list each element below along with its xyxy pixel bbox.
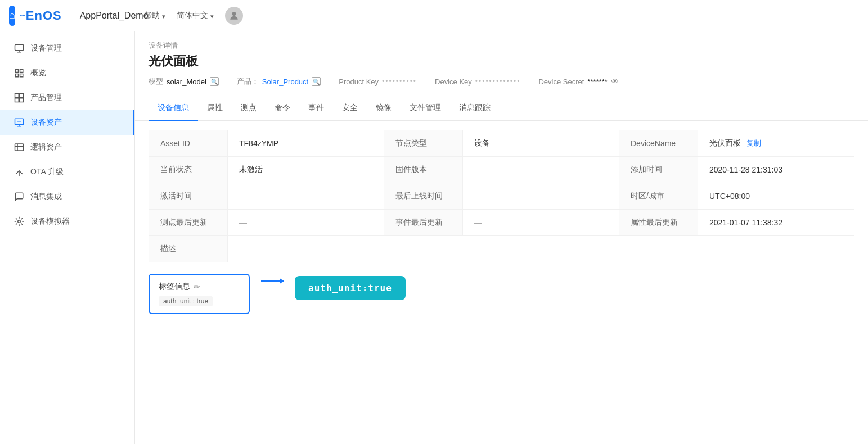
top-nav: ⌂ ····· EnOS AppPortal_Demo 帮助 简体中文	[0, 0, 868, 31]
msg-integration-icon	[14, 191, 25, 202]
tag-edit-icon[interactable]: ✏	[194, 282, 200, 291]
table-container: Asset ID TF84zYMP 节点类型 设备 DeviceName 光伏面…	[135, 121, 868, 262]
meta-model-label: 模型	[149, 76, 163, 87]
help-chevron-icon	[162, 11, 165, 20]
tab-device-info[interactable]: 设备信息	[149, 96, 198, 121]
meta-model: 模型 solar_Model 🔍	[149, 76, 219, 87]
sidebar-label: 概览	[30, 68, 46, 78]
table-row: 描述 —	[149, 236, 854, 262]
user-avatar[interactable]	[225, 7, 243, 25]
page-title: 光伏面板	[149, 53, 854, 70]
lang-chevron-icon	[210, 11, 214, 20]
cell-label: 添加时间	[619, 157, 698, 183]
svg-rect-16	[15, 144, 24, 151]
logo-home-icon[interactable]: ⌂	[9, 6, 15, 26]
cell-label: 节点类型	[384, 130, 463, 157]
app-name: AppPortal_Demo	[80, 11, 149, 21]
sidebar-item-overview[interactable]: 概览	[0, 61, 134, 85]
sidebar-item-ota[interactable]: OTA 升级	[0, 160, 134, 184]
arrow-connector	[261, 280, 284, 282]
meta-device-secret-value: *******	[587, 78, 607, 86]
meta-product: 产品： Solar_Product 🔍	[237, 76, 321, 87]
meta-model-value: solar_Model	[167, 78, 206, 86]
meta-product-label: 产品：	[237, 76, 259, 87]
sidebar-label: 消息集成	[30, 192, 62, 202]
tag-box-title: 标签信息 ✏	[159, 282, 240, 292]
sidebar-item-device-mgmt[interactable]: 设备管理	[0, 36, 134, 61]
svg-point-0	[232, 12, 236, 16]
tabs-bar: 设备信息 属性 测点 命令 事件 安全 镜像 文件管理	[135, 96, 868, 121]
svg-rect-10	[15, 98, 19, 102]
tab-attributes[interactable]: 属性	[198, 96, 232, 121]
cell-value: UTC+08:00	[698, 183, 854, 210]
device-asset-icon	[14, 117, 25, 128]
cell-label: 属性最后更新	[619, 210, 698, 236]
cell-label: 固件版本	[384, 157, 463, 183]
tag-tooltip: auth_unit:true	[295, 276, 406, 300]
tab-msg-trace[interactable]: 消息跟踪	[450, 96, 500, 121]
cell-label: 时区/城市	[619, 183, 698, 210]
sidebar-label: 设备管理	[30, 43, 62, 53]
meta-device-secret-label: Device Secret	[538, 78, 584, 86]
cell-value: 光伏面板 复制	[698, 130, 854, 157]
sidebar-item-device-asset[interactable]: 设备资产	[0, 110, 134, 135]
svg-rect-7	[20, 74, 23, 77]
tab-file-mgmt[interactable]: 文件管理	[401, 96, 450, 121]
lang-label: 简体中文	[177, 11, 208, 21]
product-mgmt-icon	[14, 92, 25, 103]
product-search-icon[interactable]: 🔍	[312, 77, 321, 86]
sidebar-label: 设备资产	[30, 117, 62, 128]
table-row: 当前状态 未激活 固件版本 添加时间 2020-11-28 21:31:03	[149, 157, 854, 183]
meta-product-key-label: Product Key	[339, 78, 379, 86]
model-search-icon[interactable]: 🔍	[210, 77, 219, 86]
svg-point-20	[18, 220, 21, 223]
main-layout: 设备管理 概览 产品管理 设备资产 逻辑资产	[0, 31, 868, 444]
copy-button[interactable]: 复制	[746, 139, 761, 147]
sidebar-item-device-sim[interactable]: 设备模拟器	[0, 209, 134, 234]
content-area: 设备详情 光伏面板 模型 solar_Model 🔍 产品： Solar_Pro…	[135, 31, 868, 444]
content-header: 设备详情 光伏面板 模型 solar_Model 🔍 产品： Solar_Pro…	[135, 31, 868, 96]
cell-value	[463, 157, 619, 183]
cell-value: 未激活	[228, 157, 384, 183]
breadcrumb: 设备详情	[149, 40, 854, 51]
sidebar-label: 产品管理	[30, 93, 62, 103]
tab-mirror[interactable]: 镜像	[367, 96, 401, 121]
cell-value: 2021-01-07 11:38:32	[698, 210, 854, 236]
tab-security[interactable]: 安全	[333, 96, 367, 121]
cell-value: —	[463, 210, 619, 236]
meta-product-value: Solar_Product	[262, 78, 308, 86]
language-menu[interactable]: 简体中文	[177, 11, 214, 21]
tab-commands[interactable]: 命令	[266, 96, 299, 121]
logic-asset-icon	[14, 142, 25, 153]
tag-info-label: 标签信息	[159, 282, 190, 292]
meta-device-secret: Device Secret ******* 👁	[538, 77, 618, 86]
tab-events[interactable]: 事件	[299, 96, 333, 121]
meta-device-key-value: •••••••••••••	[475, 78, 521, 85]
tab-measurement-points[interactable]: 测点	[232, 96, 266, 121]
help-menu[interactable]: 帮助	[144, 11, 165, 21]
sidebar-item-msg-integration[interactable]: 消息集成	[0, 184, 134, 209]
table-row: 激活时间 — 最后上线时间 — 时区/城市 UTC+08:00	[149, 183, 854, 210]
sidebar-item-logic-asset[interactable]: 逻辑资产	[0, 135, 134, 160]
meta-device-key-label: Device Key	[435, 78, 472, 86]
device-secret-eye-icon[interactable]: 👁	[611, 77, 619, 86]
tag-box: 标签信息 ✏ auth_unit : true	[149, 274, 250, 314]
cell-value: 设备	[463, 130, 619, 157]
cell-label: 事件最后更新	[384, 210, 463, 236]
cell-label: 描述	[149, 236, 228, 262]
ota-icon	[14, 166, 25, 178]
meta-product-key-value: ••••••••••	[382, 78, 417, 85]
cell-label: 当前状态	[149, 157, 228, 183]
table-row: 测点最后更新 — 事件最后更新 — 属性最后更新 2021-01-07 11:3…	[149, 210, 854, 236]
sidebar-item-product-mgmt[interactable]: 产品管理	[0, 85, 134, 110]
meta-row: 模型 solar_Model 🔍 产品： Solar_Product 🔍 Pro…	[149, 76, 854, 91]
svg-rect-11	[20, 98, 24, 102]
svg-rect-9	[20, 94, 24, 98]
cell-value: —	[463, 183, 619, 210]
cell-label: DeviceName	[619, 130, 698, 157]
svg-rect-5	[20, 69, 23, 72]
svg-rect-8	[15, 94, 19, 98]
svg-rect-1	[15, 44, 24, 51]
cell-value: —	[228, 183, 384, 210]
tag-value: auth_unit : true	[159, 296, 213, 306]
